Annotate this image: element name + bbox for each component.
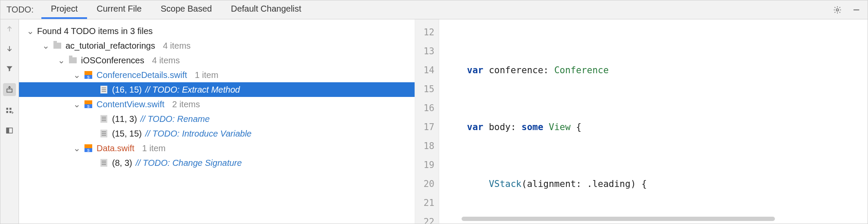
chevron-down-icon[interactable]: ⌄ <box>73 68 80 82</box>
svg-point-0 <box>836 9 838 11</box>
tab-project[interactable]: Project <box>41 0 87 19</box>
tree-todo-row[interactable]: (15, 15) // TODO: Introduce Variable <box>19 126 415 141</box>
gutter-line-number: 18 <box>416 137 434 156</box>
todo-comment: // TODO: Extract Method <box>145 82 240 97</box>
group-by-icon[interactable] <box>4 106 15 116</box>
code-line: var conference: Conference <box>445 61 868 80</box>
item-count: 4 items <box>159 38 190 53</box>
file-snippet-icon <box>99 114 109 124</box>
svg-rect-3 <box>6 108 9 110</box>
editor-gutter: 1213141516171819202122 <box>416 19 439 224</box>
gutter-line-number: 15 <box>416 80 434 99</box>
file-snippet-icon <box>99 85 109 94</box>
chevron-down-icon[interactable]: ⌄ <box>42 38 49 53</box>
tab-current-file[interactable]: Current File <box>87 0 151 19</box>
gear-icon[interactable] <box>832 5 843 15</box>
header: TODO: Project Current File Scope Based D… <box>0 0 868 19</box>
file-name: ContentView.swift <box>97 97 165 112</box>
swift-file-icon <box>84 100 93 109</box>
tree-folder-row[interactable]: ⌄ iOSConferences 4 items <box>19 53 415 68</box>
horizontal-scrollbar[interactable] <box>462 216 863 222</box>
tree-todo-row[interactable]: (16, 15) // TODO: Extract Method <box>19 82 415 97</box>
chevron-down-icon[interactable]: ⌄ <box>73 141 80 156</box>
svg-rect-8 <box>6 128 9 133</box>
swift-file-icon <box>84 143 93 153</box>
item-count: 1 item <box>138 141 165 156</box>
code-line: VStack(alignment: .leading) { <box>445 174 868 193</box>
autoscroll-to-source-icon[interactable] <box>3 83 16 96</box>
gutter-line-number: 19 <box>416 156 434 174</box>
file-snippet-icon <box>99 129 109 138</box>
tab-scope-based[interactable]: Scope Based <box>151 0 222 19</box>
tab-label: Scope Based <box>161 4 212 14</box>
tab-label: Default Changelist <box>231 4 301 14</box>
item-count: 1 item <box>190 68 218 82</box>
scrollbar-thumb[interactable] <box>462 217 775 221</box>
tree-file-row[interactable]: ⌄ ConferenceDetails.swift 1 item <box>19 68 415 82</box>
tab-default-changelist[interactable]: Default Changelist <box>222 0 311 19</box>
tree-summary-row[interactable]: ⌄ Found 4 TODO items in 3 files <box>19 24 415 38</box>
file-name: Data.swift <box>97 141 134 156</box>
editor-code[interactable]: var conference: Conference var body: som… <box>439 19 868 224</box>
body: ⌄ Found 4 TODO items in 3 files ⌄ ac_tut… <box>0 19 868 224</box>
chevron-down-icon[interactable]: ⌄ <box>27 24 34 38</box>
swift-file-icon <box>84 70 93 80</box>
item-count: 2 items <box>168 97 200 112</box>
tree-summary-text: Found 4 TODO items in 3 files <box>37 24 153 38</box>
todo-location: (11, 3) <box>112 112 137 126</box>
svg-rect-5 <box>9 108 12 110</box>
tree-file-row[interactable]: ⌄ ContentView.swift 2 items <box>19 97 415 112</box>
tab-label: Project <box>51 4 78 14</box>
item-count: 4 items <box>148 53 180 68</box>
todo-tool-window: TODO: Project Current File Scope Based D… <box>0 0 868 224</box>
tool-window-title: TODO: <box>0 0 41 19</box>
svg-rect-6 <box>9 111 12 113</box>
todo-location: (8, 3) <box>112 156 132 170</box>
folder-name: ac_tutorial_refactorings <box>66 38 155 53</box>
gutter-line-number: 22 <box>416 212 434 224</box>
todo-comment: // TODO: Introduce Variable <box>145 126 252 141</box>
arrow-up-icon[interactable] <box>4 24 15 34</box>
minimize-icon[interactable] <box>851 5 862 15</box>
tree-folder-row[interactable]: ⌄ ac_tutorial_refactorings 4 items <box>19 38 415 53</box>
arrow-down-icon[interactable] <box>4 44 15 54</box>
gutter-line-number: 14 <box>416 61 434 80</box>
editor-preview: 1213141516171819202122 var conference: C… <box>416 19 868 224</box>
filter-icon[interactable] <box>4 63 15 74</box>
todo-location: (16, 15) <box>112 82 142 97</box>
gutter-line-number: 12 <box>416 23 434 42</box>
chevron-down-icon[interactable]: ⌄ <box>58 53 65 68</box>
gutter-line-number: 21 <box>416 193 434 212</box>
todo-comment: // TODO: Change Signature <box>136 156 242 170</box>
header-actions <box>832 0 868 19</box>
svg-rect-2 <box>7 89 12 93</box>
file-snippet-icon <box>99 158 109 168</box>
file-name: ConferenceDetails.swift <box>97 68 187 82</box>
folder-icon <box>53 41 62 50</box>
gutter-line-number: 17 <box>416 118 434 137</box>
tree-file-row[interactable]: ⌄ Data.swift 1 item <box>19 141 415 156</box>
gutter-line-number: 16 <box>416 99 434 118</box>
todo-tree[interactable]: ⌄ Found 4 TODO items in 3 files ⌄ ac_tut… <box>19 19 416 224</box>
tree-todo-row[interactable]: (8, 3) // TODO: Change Signature <box>19 156 415 170</box>
tool-strip <box>0 19 19 224</box>
preview-toggle-icon[interactable] <box>4 125 15 136</box>
folder-name: iOSConferences <box>81 53 144 68</box>
tab-label: Current File <box>97 4 141 14</box>
folder-icon <box>68 56 78 65</box>
chevron-down-icon[interactable]: ⌄ <box>73 97 80 112</box>
tree-todo-row[interactable]: (11, 3) // TODO: Rename <box>19 112 415 126</box>
todo-location: (15, 15) <box>112 126 142 141</box>
todo-comment: // TODO: Rename <box>141 112 210 126</box>
code-line: var body: some View { <box>445 118 868 137</box>
svg-rect-4 <box>6 111 9 113</box>
scope-tabs: Project Current File Scope Based Default… <box>41 0 311 19</box>
gutter-line-number: 20 <box>416 174 434 193</box>
gutter-line-number: 13 <box>416 42 434 61</box>
